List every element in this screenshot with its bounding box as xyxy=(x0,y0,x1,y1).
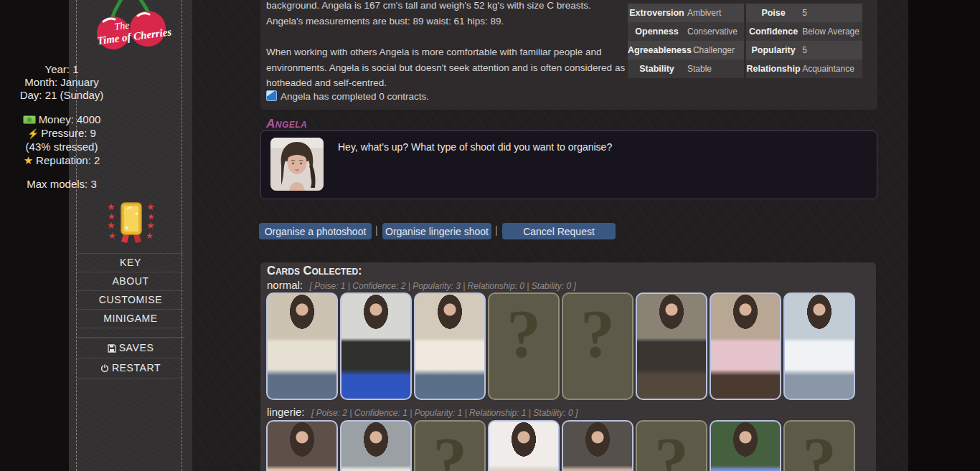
power-icon xyxy=(100,364,109,373)
sidebar-menu: KEYABOUTCUSTOMISEMINIGAME xyxy=(77,253,184,328)
stat-value: 5 xyxy=(801,45,862,55)
card-photo[interactable] xyxy=(266,292,338,400)
cards-heading: Cards Collected: xyxy=(267,264,362,277)
bio-paragraph-1: background. Angela is 167 cm's tall and … xyxy=(266,0,626,29)
stat-label: Openness xyxy=(628,27,686,37)
saves-label: SAVES xyxy=(119,342,154,353)
svg-text:★: ★ xyxy=(146,231,154,241)
contract-icon xyxy=(266,90,277,101)
normal-cards-strip: ?? xyxy=(266,292,855,400)
lingerie-row-label: lingerie: [ Poise: 2 | Confidence: 1 | P… xyxy=(267,406,578,419)
stat-value: Ambivert xyxy=(686,8,744,18)
svg-text:★: ★ xyxy=(108,231,116,241)
card-mystery[interactable]: ? xyxy=(783,420,855,471)
stat-value: Below Average xyxy=(801,27,862,37)
lingerie-cards-strip: ??? xyxy=(266,420,855,471)
svg-text:★: ★ xyxy=(146,220,155,231)
cherries-logo-icon: The Time of Cherries xyxy=(85,0,178,57)
avatar xyxy=(270,138,324,191)
mystery-question-mark: ? xyxy=(654,427,689,471)
card-photo[interactable] xyxy=(488,420,560,471)
stat-label: Agreeableness xyxy=(628,45,692,55)
chat-box: Hey, what's up? What type of shoot did y… xyxy=(260,130,877,199)
organise-lingerie-shoot-button[interactable]: Organise lingerie shoot xyxy=(382,223,491,239)
stat-label: Confidence xyxy=(746,27,801,37)
row-stats: [ Poise: 1 | Confidence: 2 | Popularity:… xyxy=(309,281,575,291)
sidebar-item-customise[interactable]: CUSTOMISE xyxy=(77,290,184,309)
card-mystery[interactable]: ? xyxy=(414,420,486,471)
skills-table: Poise5ConfidenceBelow AveragePopularity5… xyxy=(746,4,862,78)
svg-text:★: ★ xyxy=(146,201,155,212)
star-icon: ★ xyxy=(24,154,33,166)
money-row: Money: 4000 xyxy=(0,113,123,127)
contracts-line: Angela has completed 0 contracts. xyxy=(266,90,429,102)
mystery-question-mark: ? xyxy=(580,300,615,368)
card-photo[interactable] xyxy=(340,292,412,400)
sidebar-item-key[interactable]: KEY xyxy=(77,253,184,272)
svg-text:★: ★ xyxy=(107,220,116,231)
card-photo[interactable] xyxy=(710,420,781,471)
card-photo[interactable] xyxy=(783,292,855,400)
card-photo[interactable] xyxy=(340,420,412,471)
stat-label: Relationship xyxy=(746,64,801,74)
stat-value: Conservative xyxy=(686,27,744,37)
card-mystery[interactable]: ? xyxy=(488,292,560,400)
stat-label: Extroversion xyxy=(628,8,686,18)
sidebar-item-minigame[interactable]: MINIGAME xyxy=(77,309,184,328)
chat-message: Hey, what's up? What type of shoot did y… xyxy=(338,141,612,153)
stat-row: StabilityStable xyxy=(628,60,744,78)
stat-row: OpennessConservative xyxy=(628,22,744,41)
stat-value: Challenger xyxy=(692,45,744,55)
max-models: Max models: 3 xyxy=(0,178,123,190)
card-mystery[interactable]: ? xyxy=(562,292,633,400)
sidebar-item-about[interactable]: ABOUT xyxy=(77,272,184,290)
stat-label: Popularity xyxy=(746,45,801,55)
card-photo[interactable] xyxy=(636,292,707,400)
cancel-request-button[interactable]: Cancel Request xyxy=(502,223,616,239)
chat-speaker-name: Angela xyxy=(266,117,307,131)
row-stats: [ Poise: 2 | Confidence: 1 | Popularity:… xyxy=(311,408,578,418)
contracts-text: Angela has completed 0 contracts. xyxy=(281,91,429,102)
restart-label: RESTART xyxy=(112,362,161,374)
player-resources: Money: 4000 ⚡Pressure: 9 (43% stressed) … xyxy=(0,113,123,167)
stat-value: Stable xyxy=(686,64,744,74)
cards-collected-panel: Cards Collected: normal: [ Poise: 1 | Co… xyxy=(260,262,876,471)
normal-row-label: normal: [ Poise: 1 | Confidence: 2 | Pop… xyxy=(267,279,576,292)
sidebar-item-saves[interactable]: SAVES xyxy=(77,338,184,358)
lightning-icon: ⚡ xyxy=(27,128,39,139)
money-icon xyxy=(23,115,36,124)
button-separator: | xyxy=(375,224,378,236)
stat-row: Popularity5 xyxy=(746,41,862,60)
pressure-value: Pressure: 9 xyxy=(41,127,96,139)
svg-text:★: ★ xyxy=(107,201,116,212)
right-margin xyxy=(908,0,980,471)
sidebar-item-restart[interactable]: RESTART xyxy=(77,358,184,378)
floppy-disk-icon xyxy=(108,344,116,353)
card-photo[interactable] xyxy=(562,420,633,471)
date-day: Day: 21 (Sunday) xyxy=(0,89,123,102)
svg-text:✦: ✦ xyxy=(134,211,139,217)
mystery-question-mark: ? xyxy=(507,300,541,368)
gold-medal-icon: ★ ★ ★ ★ ★ ★ ★ ★ ✦ ✦ xyxy=(105,200,157,244)
card-mystery[interactable]: ? xyxy=(636,420,707,471)
stat-row: ExtroversionAmbivert xyxy=(628,4,744,22)
stat-value: Acquaintance xyxy=(801,64,862,74)
card-photo[interactable] xyxy=(710,292,781,400)
stat-row: AgreeablenessChallenger xyxy=(628,41,744,60)
date-month: Month: January xyxy=(0,76,123,89)
reputation-value: Reputation: 2 xyxy=(36,154,100,166)
organise-photoshoot-button[interactable]: Organise a photoshoot xyxy=(259,223,372,239)
row-name: lingerie: xyxy=(267,406,305,418)
mystery-question-mark: ? xyxy=(802,427,837,471)
stat-label: Stability xyxy=(628,64,686,74)
date-year: Year: 1 xyxy=(0,63,123,76)
mystery-question-mark: ? xyxy=(433,427,467,471)
card-photo[interactable] xyxy=(266,420,338,471)
stat-value: 5 xyxy=(801,8,862,18)
reputation-row: ★Reputation: 2 xyxy=(0,154,123,168)
sidebar-menu-system: SAVES RESTART xyxy=(77,337,184,379)
money-value: Money: 4000 xyxy=(39,113,101,125)
card-photo[interactable] xyxy=(414,292,486,400)
stat-row: ConfidenceBelow Average xyxy=(746,22,862,41)
game-date: Year: 1 Month: January Day: 21 (Sunday) xyxy=(0,63,123,102)
